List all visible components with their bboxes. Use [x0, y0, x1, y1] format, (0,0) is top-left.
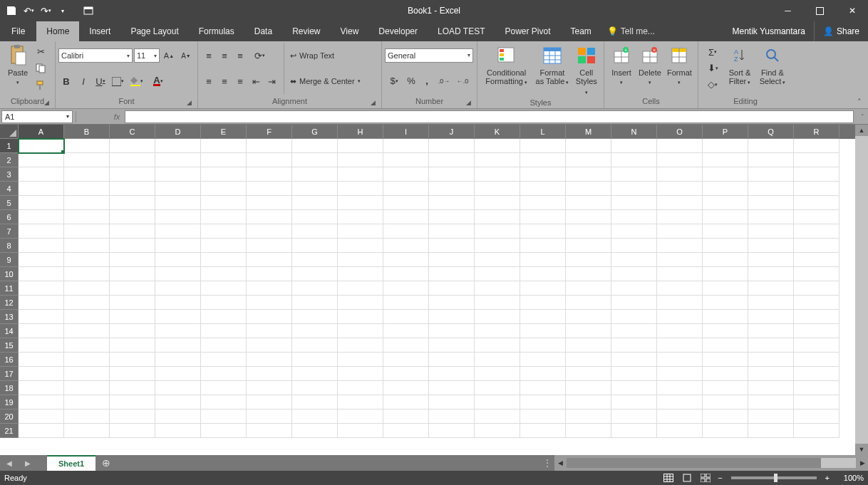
cell-K1[interactable]	[475, 139, 520, 153]
cell-K19[interactable]	[475, 395, 520, 410]
increase-font-icon[interactable]: A▲	[162, 48, 176, 63]
column-header-P[interactable]: P	[703, 125, 748, 139]
cell-K9[interactable]	[475, 253, 520, 267]
column-header-C[interactable]: C	[110, 125, 155, 139]
cell-J13[interactable]	[429, 310, 475, 324]
font-name-combo[interactable]: Calibri▾	[58, 48, 133, 63]
row-header-19[interactable]: 19	[0, 395, 19, 410]
cell-I17[interactable]	[383, 367, 429, 381]
insert-cells-button[interactable]: + Insert▾	[607, 43, 636, 88]
cell-R15[interactable]	[794, 338, 839, 353]
cell-Q6[interactable]	[748, 210, 794, 224]
cell-C21[interactable]	[110, 424, 155, 438]
cell-R17[interactable]	[794, 367, 839, 381]
cell-M19[interactable]	[566, 395, 611, 410]
cell-M10[interactable]	[566, 267, 611, 281]
cell-F3[interactable]	[247, 167, 292, 182]
cell-G1[interactable]	[292, 139, 338, 153]
cell-G21[interactable]	[292, 424, 338, 438]
tab-file[interactable]: File	[0, 21, 36, 41]
maximize-button[interactable]	[804, 0, 836, 21]
cell-L21[interactable]	[520, 424, 566, 438]
cell-I3[interactable]	[383, 167, 429, 182]
cell-R8[interactable]	[794, 239, 839, 253]
row-header-20[interactable]: 20	[0, 410, 19, 424]
cell-L2[interactable]	[520, 153, 566, 167]
cell-C6[interactable]	[110, 210, 155, 224]
row-header-5[interactable]: 5	[0, 196, 19, 210]
align-middle-icon[interactable]: ≡	[217, 48, 232, 63]
cell-B21[interactable]	[64, 424, 110, 438]
cell-B19[interactable]	[64, 395, 110, 410]
column-header-E[interactable]: E	[201, 125, 247, 139]
cell-G2[interactable]	[292, 153, 338, 167]
row-header-6[interactable]: 6	[0, 210, 19, 224]
cell-P12[interactable]	[703, 296, 748, 310]
cell-P4[interactable]	[703, 182, 748, 196]
cell-P20[interactable]	[703, 410, 748, 424]
cell-K16[interactable]	[475, 353, 520, 367]
cell-C20[interactable]	[110, 410, 155, 424]
cell-P21[interactable]	[703, 424, 748, 438]
cell-L11[interactable]	[520, 281, 566, 296]
cell-L1[interactable]	[520, 139, 566, 153]
cell-C16[interactable]	[110, 353, 155, 367]
cell-N14[interactable]	[611, 324, 657, 338]
align-left-icon[interactable]: ≡	[202, 74, 216, 88]
cell-R19[interactable]	[794, 395, 839, 410]
cell-K4[interactable]	[475, 182, 520, 196]
font-color-button[interactable]: A▾	[149, 74, 167, 88]
number-format-combo[interactable]: General▾	[385, 48, 473, 63]
cell-K6[interactable]	[475, 210, 520, 224]
cell-E4[interactable]	[201, 182, 247, 196]
cell-Q18[interactable]	[748, 381, 794, 395]
sheet-nav-next-icon[interactable]: ▶	[19, 455, 37, 471]
cell-C12[interactable]	[110, 296, 155, 310]
cell-A8[interactable]	[19, 239, 64, 253]
cell-C10[interactable]	[110, 267, 155, 281]
cell-O14[interactable]	[657, 324, 703, 338]
cell-J12[interactable]	[429, 296, 475, 310]
cell-A17[interactable]	[19, 367, 64, 381]
row-header-3[interactable]: 3	[0, 167, 19, 182]
cell-P2[interactable]	[703, 153, 748, 167]
cell-I11[interactable]	[383, 281, 429, 296]
cell-C19[interactable]	[110, 395, 155, 410]
cut-button[interactable]: ✂	[33, 44, 48, 58]
cell-I9[interactable]	[383, 253, 429, 267]
cell-A19[interactable]	[19, 395, 64, 410]
cell-O3[interactable]	[657, 167, 703, 182]
tab-home[interactable]: Home	[36, 21, 79, 41]
page-layout-view-icon[interactable]	[678, 471, 696, 484]
cell-Q19[interactable]	[748, 395, 794, 410]
cell-O1[interactable]	[657, 139, 703, 153]
cell-L13[interactable]	[520, 310, 566, 324]
row-header-12[interactable]: 12	[0, 296, 19, 310]
cell-F5[interactable]	[247, 196, 292, 210]
cell-D12[interactable]	[155, 296, 201, 310]
conditional-formatting-button[interactable]: Conditional Formatting ▾	[480, 43, 532, 88]
cell-F9[interactable]	[247, 253, 292, 267]
cell-I4[interactable]	[383, 182, 429, 196]
tab-power-pivot[interactable]: Power Pivot	[495, 21, 560, 41]
underline-button[interactable]: U▾	[93, 74, 108, 88]
redo-icon[interactable]: ↷▾	[40, 5, 51, 16]
format-as-table-button[interactable]: Format as Table ▾	[532, 43, 572, 88]
cell-D19[interactable]	[155, 395, 201, 410]
cell-R3[interactable]	[794, 167, 839, 182]
cell-C13[interactable]	[110, 310, 155, 324]
tab-review[interactable]: Review	[282, 21, 330, 41]
cell-K8[interactable]	[475, 239, 520, 253]
cell-O2[interactable]	[657, 153, 703, 167]
merge-center-button[interactable]: ⬌Merge & Center▾	[287, 73, 363, 89]
cell-I13[interactable]	[383, 310, 429, 324]
column-header-L[interactable]: L	[520, 125, 566, 139]
cell-D16[interactable]	[155, 353, 201, 367]
align-bottom-icon[interactable]: ≡	[233, 48, 247, 63]
borders-button[interactable]: ▾	[110, 74, 125, 88]
cell-N10[interactable]	[611, 267, 657, 281]
column-header-B[interactable]: B	[64, 125, 110, 139]
cell-O18[interactable]	[657, 381, 703, 395]
expand-formula-bar-icon[interactable]: ˅	[857, 113, 868, 120]
column-header-M[interactable]: M	[566, 125, 611, 139]
